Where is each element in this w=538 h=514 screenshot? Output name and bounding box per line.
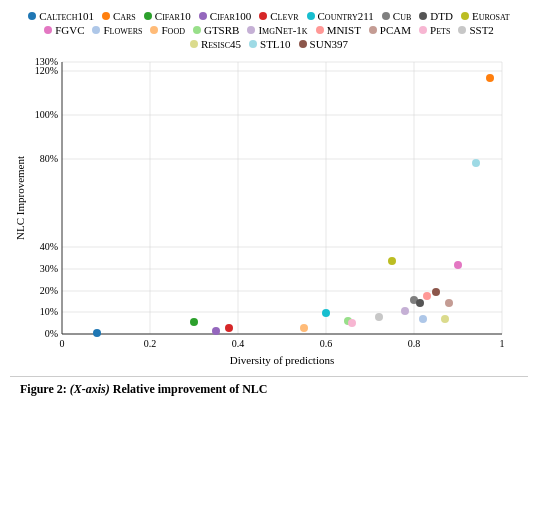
x-tick-0: 0 — [60, 338, 65, 349]
y-tick-30: 30% — [40, 263, 58, 274]
legend-dot-sun397 — [299, 40, 307, 48]
legend-dot-pets — [419, 26, 427, 34]
legend-label-clevr: Clevr — [270, 10, 298, 22]
legend-label-dtd: DTD — [430, 10, 453, 22]
legend-dot-eurosat — [461, 12, 469, 20]
point-pets — [348, 319, 356, 327]
point-food — [300, 324, 308, 332]
legend-label-sun397: SUN397 — [310, 38, 349, 50]
x-axis-label: Diversity of predictions — [230, 354, 334, 366]
legend-dot-sst2 — [458, 26, 466, 34]
y-tick-80: 80% — [40, 153, 58, 164]
legend-dot-caltech101 — [28, 12, 36, 20]
point-fgvc — [454, 261, 462, 269]
figure-caption: Figure 2: (X-axis) Relative improvement … — [10, 376, 528, 398]
legend-label-fgvc: FGVC — [55, 24, 84, 36]
legend-item-eurosat: Eurosat — [461, 10, 510, 22]
caption-text: Figure 2: (X-axis) Relative improvement … — [20, 382, 268, 396]
x-tick-1: 1 — [500, 338, 505, 349]
legend-item-caltech101: Caltech101 — [28, 10, 94, 22]
chart-legend: Caltech101CarsCifar10Cifar100ClevrCountr… — [10, 10, 528, 50]
point-flowers — [419, 315, 427, 323]
legend-item-cifar100: Cifar100 — [199, 10, 251, 22]
legend-dot-stl10 — [249, 40, 257, 48]
legend-dot-cifar100 — [199, 12, 207, 20]
legend-dot-cars — [102, 12, 110, 20]
legend-label-pcam: PCAM — [380, 24, 411, 36]
legend-label-food: Food — [161, 24, 184, 36]
legend-dot-mnist — [316, 26, 324, 34]
legend-item-resisc45: Resisc45 — [190, 38, 241, 50]
legend-label-stl10: STL10 — [260, 38, 291, 50]
legend-label-resisc45: Resisc45 — [201, 38, 241, 50]
legend-dot-resisc45 — [190, 40, 198, 48]
legend-item-pcam: PCAM — [369, 24, 411, 36]
point-resisc45 — [441, 315, 449, 323]
point-cifar10 — [190, 318, 198, 326]
point-mnist — [423, 292, 431, 300]
legend-dot-food — [150, 26, 158, 34]
legend-dot-imgnet1k — [247, 26, 255, 34]
legend-item-sst2: SST2 — [458, 24, 493, 36]
legend-item-imgnet1k: ImgNet-1k — [247, 24, 307, 36]
legend-item-sun397: SUN397 — [299, 38, 349, 50]
x-tick-02: 0.2 — [144, 338, 157, 349]
caption-label: Figure 2: (X-axis) Relative improvement … — [20, 382, 268, 396]
point-dtd — [416, 299, 424, 307]
legend-label-caltech101: Caltech101 — [39, 10, 94, 22]
legend-item-gtsrb: GTSRB — [193, 24, 239, 36]
y-tick-130: 130% — [35, 56, 58, 67]
x-tick-06: 0.6 — [320, 338, 333, 349]
legend-label-flowers: Flowers — [103, 24, 142, 36]
point-clevr — [225, 324, 233, 332]
legend-item-stl10: STL10 — [249, 38, 291, 50]
point-cars — [486, 74, 494, 82]
y-tick-100: 100% — [35, 109, 58, 120]
legend-item-dtd: DTD — [419, 10, 453, 22]
legend-item-cub: Cub — [382, 10, 411, 22]
legend-dot-cub — [382, 12, 390, 20]
legend-label-cifar100: Cifar100 — [210, 10, 251, 22]
legend-item-country211: Country211 — [307, 10, 374, 22]
legend-dot-dtd — [419, 12, 427, 20]
legend-item-cifar10: Cifar10 — [144, 10, 191, 22]
point-stl10 — [472, 159, 480, 167]
point-cifar100 — [212, 327, 220, 335]
x-tick-04: 0.4 — [232, 338, 245, 349]
legend-dot-gtsrb — [193, 26, 201, 34]
legend-label-mnist: MNIST — [327, 24, 361, 36]
legend-item-food: Food — [150, 24, 184, 36]
legend-item-flowers: Flowers — [92, 24, 142, 36]
legend-label-cifar10: Cifar10 — [155, 10, 191, 22]
legend-dot-clevr — [259, 12, 267, 20]
chart-area: 0% 10% 20% 30% 40% 80% 100% 120% 130% 0 … — [10, 54, 528, 374]
y-tick-10: 10% — [40, 306, 58, 317]
legend-item-mnist: MNIST — [316, 24, 361, 36]
legend-label-pets: Pets — [430, 24, 450, 36]
legend-label-cub: Cub — [393, 10, 411, 22]
legend-label-gtsrb: GTSRB — [204, 24, 239, 36]
legend-dot-flowers — [92, 26, 100, 34]
legend-item-pets: Pets — [419, 24, 450, 36]
legend-item-clevr: Clevr — [259, 10, 298, 22]
y-tick-40: 40% — [40, 241, 58, 252]
legend-label-imgnet1k: ImgNet-1k — [258, 24, 307, 36]
point-caltech101 — [93, 329, 101, 337]
point-imgnet1k — [401, 307, 409, 315]
legend-label-country211: Country211 — [318, 10, 374, 22]
legend-dot-country211 — [307, 12, 315, 20]
legend-dot-pcam — [369, 26, 377, 34]
legend-dot-cifar10 — [144, 12, 152, 20]
legend-item-cars: Cars — [102, 10, 136, 22]
legend-label-sst2: SST2 — [469, 24, 493, 36]
x-tick-08: 0.8 — [408, 338, 421, 349]
legend-label-eurosat: Eurosat — [472, 10, 510, 22]
y-axis-label: NLC Improvement — [14, 156, 26, 240]
point-country211 — [322, 309, 330, 317]
legend-item-fgvc: FGVC — [44, 24, 84, 36]
scatter-chart: 0% 10% 20% 30% 40% 80% 100% 120% 130% 0 … — [10, 54, 528, 374]
point-sst2 — [375, 313, 383, 321]
point-eurosat — [388, 257, 396, 265]
y-tick-0: 0% — [45, 328, 58, 339]
y-tick-20: 20% — [40, 285, 58, 296]
